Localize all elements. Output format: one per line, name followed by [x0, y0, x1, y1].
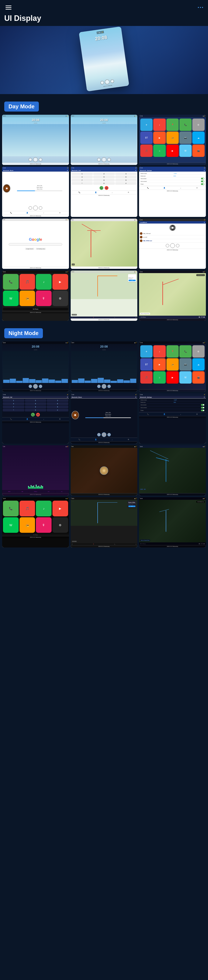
phone-nav2[interactable]: 📞	[78, 191, 81, 194]
google-search-btn[interactable]: Google Search	[25, 248, 34, 250]
eq-btn[interactable]: BASS	[3, 491, 16, 493]
n-contacts-nav[interactable]: 👤	[26, 418, 28, 420]
n-app[interactable]: 🎬	[192, 371, 205, 383]
nav-play[interactable]: ⏮	[199, 316, 200, 318]
dial-3[interactable]: 3	[115, 172, 137, 175]
menu-icon[interactable]	[4, 3, 13, 12]
radio-icon[interactable]: 📻	[166, 132, 179, 144]
dial-5[interactable]: 5	[93, 176, 115, 178]
spotify-icon[interactable]: ♫	[153, 145, 165, 157]
n-contacts-nav2[interactable]: 👤	[95, 438, 97, 441]
n-waze[interactable]: W	[180, 371, 192, 383]
prev-btn-d2[interactable]: ◀◀	[97, 158, 101, 161]
n-phone-nav3[interactable]: 📞	[147, 413, 150, 415]
music-icon[interactable]: ♪	[153, 119, 165, 131]
call-btn[interactable]: 📞	[99, 186, 103, 190]
dial-hash[interactable]: #	[115, 182, 137, 185]
phone-nav[interactable]: 📞	[10, 212, 12, 214]
progress-bar[interactable]	[17, 191, 62, 191]
go-button[interactable]: GO	[129, 280, 136, 281]
telegram-icon[interactable]: ✈	[140, 119, 153, 131]
prev-n1[interactable]: ◀◀	[28, 385, 32, 388]
ncp-music[interactable]: 🎵	[19, 501, 35, 516]
prev-btn[interactable]: ◀◀	[100, 81, 104, 84]
n-settings-nav2[interactable]: ⚙	[127, 438, 130, 441]
lucky-btn[interactable]: I'm Feeling Lucky	[36, 248, 46, 250]
eq-btn2[interactable]: MID	[16, 491, 29, 493]
contacts-nav2[interactable]: 👤	[95, 191, 97, 194]
n-video[interactable]: ▶	[153, 358, 165, 371]
waze-icon[interactable]: W	[180, 145, 192, 157]
play-n2[interactable]: ⏸	[102, 384, 106, 389]
ncp-spotify[interactable]: ♪	[36, 501, 52, 516]
end-call-btn[interactable]: 📵	[105, 186, 109, 190]
prev-n2[interactable]: ◀◀	[97, 385, 101, 388]
eq-btn3[interactable]: TREBLE	[29, 491, 42, 493]
prev-btn-d1[interactable]: ◀◀	[28, 158, 32, 161]
nav-dots-icon[interactable]: ···	[198, 4, 204, 11]
phone-nav3[interactable]: 📞	[147, 187, 150, 189]
n-settings-nav3[interactable]: ⚙	[196, 413, 198, 415]
n-dial-star[interactable]: *	[3, 409, 24, 412]
ncp-podcast[interactable]: 🎙	[36, 517, 52, 533]
app-orange[interactable]: 🎬	[192, 145, 205, 157]
n-dial-4[interactable]: 4	[3, 402, 24, 405]
cp-radio[interactable]: 📻	[19, 291, 35, 306]
n-progress[interactable]	[85, 417, 131, 418]
contacts-nav3[interactable]: 👤	[163, 187, 165, 189]
n-dial-7[interactable]: 7	[3, 406, 24, 408]
n-maps[interactable]: 📍	[166, 345, 179, 358]
n-phone-nav[interactable]: 📞	[10, 418, 12, 420]
play-btn[interactable]: ⏸	[105, 80, 110, 85]
n-dial-2[interactable]: 2	[25, 399, 46, 402]
settings-nav3[interactable]: ⚙	[196, 187, 198, 189]
dial-8[interactable]: 8	[93, 179, 115, 181]
track-2[interactable]: xxx.mp3	[139, 235, 206, 239]
n-dial-3[interactable]: 3	[47, 399, 68, 402]
n-dial-0[interactable]: 0	[25, 409, 46, 412]
settings-icon-d[interactable]: ⚙	[192, 119, 205, 131]
play-local[interactable]: ⏸	[170, 243, 175, 248]
music-nav[interactable]: ♪	[43, 212, 45, 214]
n-music[interactable]: ♪	[153, 345, 165, 358]
music-nav2[interactable]: ♪	[111, 191, 113, 194]
n-dial-8[interactable]: 8	[25, 406, 46, 408]
dial-2[interactable]: 2	[93, 172, 115, 175]
cp-spotify[interactable]: ♪	[36, 274, 52, 290]
next-btn[interactable]: ▶▶	[110, 80, 114, 83]
next-n2[interactable]: ▶▶	[107, 385, 111, 388]
play-btn-d2[interactable]: ⏸	[102, 157, 106, 162]
play-btn-d1[interactable]: ⏸	[33, 157, 38, 162]
next-n1[interactable]: ▶▶	[39, 385, 42, 388]
n-yt[interactable]: ▶	[166, 371, 179, 383]
n-nav-play[interactable]: ⏮	[199, 543, 200, 545]
dial-4[interactable]: 4	[71, 176, 93, 178]
bt-icon[interactable]: BT	[140, 132, 153, 144]
eq-btn4[interactable]: VOL	[42, 491, 55, 493]
dial-star[interactable]: *	[71, 182, 93, 185]
ncp-waze[interactable]: W	[3, 517, 19, 533]
weather-icon[interactable]: ☁	[192, 132, 205, 144]
maps-icon[interactable]: 📍	[166, 119, 179, 131]
track-3[interactable]: 华枫_25/REE.mp3	[139, 239, 206, 243]
contacts-nav[interactable]: 👤	[26, 212, 28, 214]
prev-bt[interactable]: ◀◀	[28, 206, 32, 210]
dial-9[interactable]: 9	[115, 179, 137, 181]
n-go-button[interactable]: GO	[128, 506, 136, 507]
n-apple[interactable]: 🎵	[140, 371, 153, 383]
nav-pause[interactable]: ⏸	[201, 316, 203, 318]
power-toggle[interactable]	[201, 183, 204, 185]
n-play-bt[interactable]: ⏸	[102, 432, 106, 437]
video-icon[interactable]: ▶	[153, 132, 165, 144]
n-spotify[interactable]: ♫	[153, 371, 165, 383]
ncp-youtube[interactable]: ▶	[52, 501, 68, 516]
cp-waze[interactable]: W	[3, 291, 19, 306]
camera-icon[interactable]: 📷	[180, 132, 192, 144]
cp-settings[interactable]: ⚙	[52, 291, 68, 306]
app-red[interactable]: 🎵	[140, 145, 153, 157]
n-dial-6[interactable]: 6	[47, 402, 68, 405]
n-bt[interactable]: BT	[140, 358, 153, 371]
n-settings[interactable]: ⚙	[192, 345, 205, 358]
n-phone-nav2[interactable]: 📞	[78, 438, 81, 441]
next-local[interactable]: ▶▶	[176, 244, 180, 247]
